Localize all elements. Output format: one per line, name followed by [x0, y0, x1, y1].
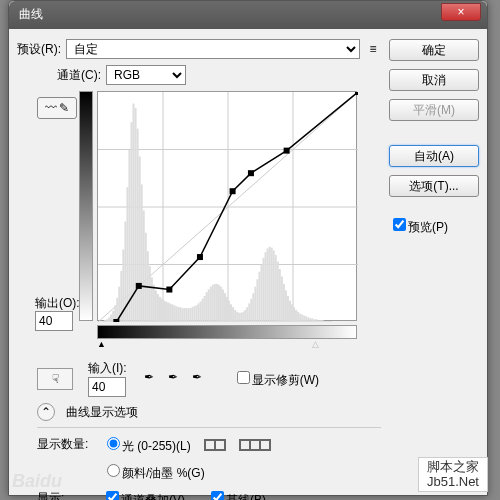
svg-rect-36	[157, 294, 159, 322]
svg-rect-70	[226, 297, 228, 322]
svg-rect-98	[283, 284, 285, 322]
window-title: 曲线	[19, 7, 43, 21]
preview-checkbox[interactable]	[393, 218, 406, 231]
svg-rect-93	[273, 250, 275, 322]
svg-rect-100	[287, 296, 289, 322]
curve-editor: 〰 ✎ 输出(O): ▲ △	[17, 91, 381, 356]
svg-rect-42	[169, 303, 171, 322]
svg-rect-75	[236, 312, 238, 322]
svg-rect-135	[113, 319, 119, 322]
svg-rect-22	[128, 150, 130, 322]
svg-rect-115	[317, 320, 319, 322]
svg-rect-81	[248, 303, 250, 322]
svg-rect-80	[246, 307, 248, 322]
svg-rect-118	[323, 321, 325, 322]
svg-rect-103	[293, 307, 295, 322]
svg-rect-111	[309, 318, 311, 322]
svg-rect-24	[133, 104, 135, 323]
svg-rect-57	[200, 302, 202, 322]
svg-rect-28	[141, 184, 143, 322]
svg-rect-106	[299, 314, 301, 322]
svg-rect-72	[230, 304, 232, 322]
svg-rect-105	[297, 312, 299, 322]
pigment-radio-label[interactable]: 颜料/油墨 %(G)	[102, 461, 205, 482]
svg-rect-139	[230, 188, 236, 194]
svg-rect-66	[218, 285, 220, 322]
svg-rect-101	[289, 301, 291, 322]
svg-rect-108	[303, 315, 305, 322]
grid-coarse-icon[interactable]	[204, 439, 226, 451]
svg-rect-65	[216, 284, 218, 322]
show-clip-label[interactable]: 显示修剪(W)	[233, 368, 319, 389]
svg-rect-60	[206, 292, 208, 322]
auto-button[interactable]: 自动(A)	[389, 145, 479, 167]
preview-label[interactable]: 预览(P)	[389, 215, 479, 236]
svg-rect-32	[149, 266, 151, 322]
eyedropper-black-icon[interactable]: ✒	[144, 370, 162, 388]
show-clip-checkbox[interactable]	[237, 371, 250, 384]
svg-rect-112	[311, 318, 313, 322]
light-radio-label[interactable]: 光 (0-255)(L)	[102, 434, 191, 455]
light-radio[interactable]	[107, 437, 120, 450]
close-button[interactable]: ×	[441, 3, 481, 21]
expand-toggle-icon[interactable]: ⌃	[37, 403, 55, 421]
watermark-jb51: 脚本之家 Jb51.Net	[418, 457, 488, 492]
svg-rect-13	[110, 315, 112, 322]
preset-menu-icon[interactable]: ≡	[365, 42, 381, 56]
output-field[interactable]	[35, 311, 73, 331]
baseline-cb-label[interactable]: 基线(B)	[207, 488, 266, 500]
eyedropper-white-icon[interactable]: ✒	[192, 370, 210, 388]
overlay-checkbox[interactable]	[106, 491, 119, 500]
svg-rect-38	[161, 299, 163, 322]
eyedropper-gray-icon[interactable]: ✒	[168, 370, 186, 388]
svg-rect-45	[175, 306, 177, 322]
curve-tool-icon[interactable]: 〰	[45, 101, 57, 115]
svg-rect-95	[277, 262, 279, 322]
svg-rect-34	[153, 285, 155, 322]
watermark-baidu: Baidu	[12, 471, 62, 492]
svg-rect-71	[228, 301, 230, 322]
svg-rect-61	[208, 289, 210, 322]
svg-rect-121	[330, 321, 332, 322]
output-label: 输出(O):	[35, 295, 80, 312]
input-field[interactable]	[88, 377, 126, 397]
svg-rect-136	[136, 283, 142, 289]
svg-rect-55	[196, 305, 198, 322]
hand-tool-icon[interactable]: ☟	[37, 368, 73, 390]
channel-select[interactable]: RGB	[106, 65, 186, 85]
overlay-cb-label[interactable]: 通道叠加(V)	[102, 488, 202, 500]
pigment-radio[interactable]	[107, 464, 120, 477]
preset-select[interactable]: 自定	[66, 39, 360, 59]
pencil-tool-icon[interactable]: ✎	[59, 101, 69, 115]
svg-rect-44	[173, 305, 175, 322]
options-button[interactable]: 选项(T)...	[389, 175, 479, 197]
svg-rect-85	[256, 279, 258, 322]
svg-rect-78	[242, 312, 244, 322]
svg-rect-27	[139, 156, 141, 322]
ok-button[interactable]: 确定	[389, 39, 479, 61]
svg-rect-39	[163, 301, 165, 322]
svg-rect-29	[143, 210, 145, 322]
baseline-checkbox[interactable]	[211, 491, 224, 500]
svg-rect-114	[315, 319, 317, 322]
svg-rect-102	[291, 304, 293, 322]
svg-rect-141	[284, 148, 290, 154]
svg-rect-76	[238, 313, 240, 322]
svg-rect-110	[307, 317, 309, 322]
curve-graph[interactable]	[97, 91, 357, 321]
cancel-button[interactable]: 取消	[389, 69, 479, 91]
svg-rect-51	[187, 308, 189, 322]
svg-rect-59	[204, 296, 206, 322]
svg-rect-113	[313, 319, 315, 322]
black-point-slider[interactable]: ▲	[97, 339, 106, 349]
svg-rect-83	[252, 293, 254, 322]
preset-label: 预设(R):	[17, 41, 61, 58]
svg-rect-79	[244, 310, 246, 322]
svg-rect-86	[258, 272, 260, 322]
svg-rect-97	[281, 276, 283, 322]
svg-rect-48	[181, 308, 183, 322]
white-point-slider[interactable]: △	[312, 339, 319, 349]
input-label: 输入(I):	[88, 360, 127, 377]
svg-rect-142	[355, 92, 358, 95]
grid-fine-icon[interactable]	[239, 439, 271, 451]
